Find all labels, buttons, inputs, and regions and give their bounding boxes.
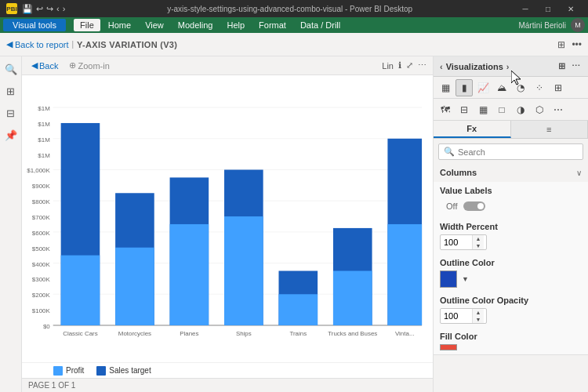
back-chart-button[interactable]: ◀ Back bbox=[28, 60, 61, 71]
value-labels-toggle[interactable] bbox=[463, 201, 485, 211]
tab-fields[interactable]: ≡ bbox=[511, 121, 589, 138]
outline-opacity-input-row[interactable]: ▲ ▼ bbox=[440, 308, 487, 324]
viz-funnel-icon[interactable]: ⬡ bbox=[531, 101, 548, 118]
ribbon-tab-file[interactable]: File bbox=[74, 19, 100, 31]
bar-ships-profit[interactable] bbox=[224, 216, 263, 325]
info-icon[interactable]: ℹ bbox=[398, 60, 401, 71]
pin-icon[interactable]: 📌 bbox=[3, 127, 19, 143]
width-percent-input[interactable] bbox=[441, 236, 472, 249]
search-left-icon[interactable]: 🔍 bbox=[3, 61, 19, 77]
undo-icon[interactable]: ↩ bbox=[36, 4, 43, 14]
viz-matrix-icon[interactable]: ▦ bbox=[474, 101, 492, 118]
window-title: y-axis-style-settings-using-advanced-com… bbox=[65, 5, 514, 13]
viz-scatter-icon[interactable]: ⁘ bbox=[531, 79, 548, 96]
viz-combo-icon[interactable]: ⊞ bbox=[550, 79, 567, 96]
viz-forward-icon[interactable]: › bbox=[506, 62, 510, 71]
zoom-in-button[interactable]: ⊕ Zoom-in bbox=[66, 60, 112, 71]
viz-bar-icon[interactable]: ▦ bbox=[437, 79, 454, 96]
svg-text:$1M: $1M bbox=[38, 136, 49, 143]
viz-icons-row-2: 🗺 ⊟ ▦ □ ◑ ⬡ ⋯ bbox=[434, 99, 588, 121]
expand-icon[interactable]: ⤢ bbox=[406, 60, 413, 71]
svg-text:Motorcycles: Motorcycles bbox=[118, 330, 151, 337]
viz-column-icon[interactable]: ▮ bbox=[456, 79, 473, 96]
svg-text:$900K: $900K bbox=[32, 183, 51, 190]
outline-color-label: Outline Color bbox=[440, 258, 582, 267]
outline-opacity-row: Outline Color Opacity ▲ ▼ bbox=[434, 292, 588, 328]
width-percent-label: Width Percent bbox=[440, 222, 582, 231]
ribbon-tab-format[interactable]: Format bbox=[252, 19, 292, 31]
bar-chart: $1M $1M $1M $1M $1,000K $900K $800K $700… bbox=[25, 82, 430, 359]
columns-section-header[interactable]: Columns ∨ bbox=[434, 163, 588, 182]
bookmark-icon[interactable]: ⊞ bbox=[3, 83, 19, 99]
ribbon-tab-home[interactable]: Home bbox=[102, 19, 137, 31]
bar-trucks-profit[interactable] bbox=[333, 271, 372, 325]
visual-tools-tab[interactable]: Visual tools bbox=[3, 19, 66, 31]
width-percent-up[interactable]: ▲ bbox=[473, 235, 484, 242]
svg-text:Trucks and Buses: Trucks and Buses bbox=[328, 330, 377, 337]
maximize-button[interactable]: □ bbox=[537, 0, 559, 17]
viz-more2-icon[interactable]: ⋯ bbox=[550, 101, 567, 118]
color-dropdown-icon[interactable]: ▼ bbox=[460, 274, 470, 285]
viz-pie-icon[interactable]: ◔ bbox=[512, 79, 529, 96]
search-input[interactable] bbox=[458, 147, 578, 157]
page-info: PAGE 1 OF 1 bbox=[28, 381, 75, 390]
outline-opacity-label: Outline Color Opacity bbox=[440, 296, 582, 305]
viz-table-icon[interactable]: ⊟ bbox=[456, 101, 473, 118]
svg-text:$600K: $600K bbox=[32, 230, 51, 237]
chart-legend: Profit Sales target bbox=[22, 362, 433, 378]
redo-icon[interactable]: ↪ bbox=[46, 4, 53, 14]
window-controls: ─ □ ✕ bbox=[514, 0, 582, 17]
ribbon-tab-data-drill[interactable]: Data / Drill bbox=[294, 19, 347, 31]
width-percent-down[interactable]: ▼ bbox=[473, 242, 484, 249]
bar-classic-cars-profit[interactable] bbox=[61, 256, 100, 325]
viz-line-icon[interactable]: 📈 bbox=[474, 79, 492, 96]
filter-left-icon[interactable]: ⊟ bbox=[3, 105, 19, 121]
bar-vintage-profit[interactable] bbox=[387, 224, 422, 325]
save-icon[interactable]: 💾 bbox=[22, 4, 33, 14]
outline-opacity-up[interactable]: ▲ bbox=[473, 309, 484, 316]
minimize-button[interactable]: ─ bbox=[514, 0, 536, 17]
back-chart-icon: ◀ bbox=[31, 60, 38, 71]
tab-format[interactable]: Fx bbox=[434, 121, 511, 138]
back-icon[interactable]: ‹ bbox=[56, 4, 60, 14]
viz-map-icon[interactable]: 🗺 bbox=[437, 101, 454, 118]
filter-icon[interactable]: ⊞ bbox=[557, 39, 565, 50]
search-box[interactable]: 🔍 bbox=[438, 143, 583, 160]
search-icon: 🔍 bbox=[444, 147, 455, 157]
ribbon-tab-help[interactable]: Help bbox=[220, 19, 251, 31]
width-percent-spinners: ▲ ▼ bbox=[472, 235, 484, 249]
svg-text:$1M: $1M bbox=[38, 105, 49, 112]
legend-profit-label: Profit bbox=[66, 366, 84, 375]
viz-gauge-icon[interactable]: ◑ bbox=[512, 101, 529, 118]
viz-filter-icon[interactable]: ⊞ bbox=[557, 60, 567, 73]
svg-text:$1,000K: $1,000K bbox=[27, 167, 50, 174]
ribbon-tab-modeling[interactable]: Modeling bbox=[172, 19, 220, 31]
outline-opacity-input[interactable] bbox=[441, 310, 472, 322]
value-labels-label: Value Labels bbox=[440, 186, 582, 195]
back-to-report-link[interactable]: ◀ Back to report bbox=[6, 39, 68, 49]
user-avatar[interactable]: M bbox=[571, 18, 585, 32]
more-icon[interactable]: ••• bbox=[572, 39, 582, 50]
panel-tabs: Fx ≡ bbox=[434, 121, 588, 139]
bar-trains-profit[interactable] bbox=[278, 294, 318, 325]
viz-area-icon[interactable]: ⛰ bbox=[493, 79, 510, 96]
ribbon-tab-view[interactable]: View bbox=[139, 19, 170, 31]
lin-icon[interactable]: Lin bbox=[382, 61, 394, 71]
width-percent-input-row[interactable]: ▲ ▼ bbox=[440, 234, 487, 250]
back-chart-label: Back bbox=[39, 61, 58, 71]
viz-header-controls: ⊞ ⋯ bbox=[557, 60, 582, 73]
bar-motorcycles-profit[interactable] bbox=[115, 248, 154, 325]
bar-planes-profit[interactable] bbox=[170, 224, 209, 325]
zoom-label: Zoom-in bbox=[78, 61, 109, 71]
viz-card-icon[interactable]: □ bbox=[493, 101, 510, 118]
close-button[interactable]: ✕ bbox=[560, 0, 582, 17]
fill-color-swatch[interactable] bbox=[440, 344, 457, 350]
nav-separator: | bbox=[71, 40, 74, 49]
outline-color-swatch[interactable] bbox=[440, 270, 457, 288]
more-chart-icon[interactable]: ⋯ bbox=[418, 60, 426, 71]
columns-chevron-icon: ∨ bbox=[576, 169, 582, 177]
viz-back-icon[interactable]: ‹ bbox=[440, 62, 443, 71]
viz-more-icon[interactable]: ⋯ bbox=[570, 60, 582, 73]
outline-opacity-down[interactable]: ▼ bbox=[473, 316, 484, 323]
svg-text:$300K: $300K bbox=[32, 276, 51, 283]
